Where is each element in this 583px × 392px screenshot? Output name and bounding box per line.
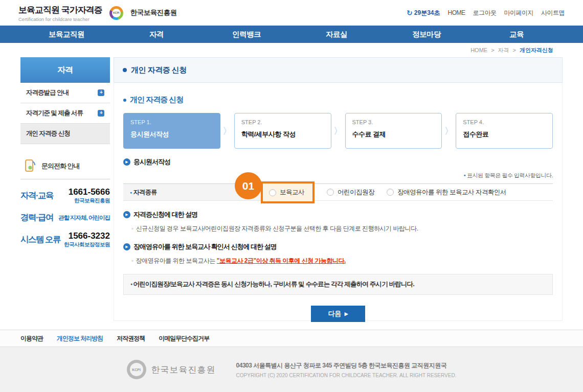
org-name: 한국보육진흥원: [130, 8, 177, 17]
contact-row-qualification-education: 자격·교육 1661-5666 한국보육진흥원: [20, 187, 110, 204]
footer-links-bar: 이용약관 개인정보 처리방침 저작권정책 이메일무단수집거부: [0, 330, 583, 347]
phone-icon: [21, 158, 37, 174]
site-logo[interactable]: 보육교직원 국가자격증 Certification for childcare …: [18, 4, 177, 22]
footer-copyright: COPYRIGHT (C) 2020 CERTIFICATION FOR CHI…: [236, 373, 457, 378]
contact-title: 문의전화 안내: [41, 162, 80, 171]
contact-note: 관할 지자체, 어린이집: [58, 214, 110, 222]
breadcrumb-home[interactable]: HOME: [470, 47, 487, 53]
step-indicator: STEP 1. 응시원서작성 〉 STEP 2. 학력/세부사항 작성 〉 ST…: [123, 113, 553, 149]
info-title-application-explanation: ▶ 자격증신청에 대한 설명: [123, 210, 553, 219]
main-navigation: 보육교직원 자격 인력뱅크 자료실 정보마당 교육: [0, 26, 583, 43]
header-utility-links: ↻ 29분34초 HOME 로그아웃 마이페이지 사이트맵: [407, 9, 565, 17]
phone-number: 1566-3232: [64, 231, 110, 241]
sidebar-title: 자격: [20, 57, 110, 83]
phone-org: 한국보육진흥원: [69, 197, 110, 204]
nav-item-job-bank[interactable]: 인력뱅크: [201, 30, 292, 39]
footer-link-copyright-policy[interactable]: 저작권정책: [117, 334, 145, 343]
expand-plus-icon[interactable]: +: [98, 110, 104, 117]
nav-item-education[interactable]: 교육: [472, 30, 562, 39]
sidebar-item-personal-application[interactable]: 개인 자격증 신청: [20, 124, 110, 144]
qualification-type-row: ● 자격종류 보육교사 어린이집원장: [123, 183, 553, 201]
info-bullet: ◦장애영유아를 위한 보육교사는 "보육교사 2급"이상 취득 이후에 신청 가…: [131, 257, 553, 265]
radio-icon[interactable]: [387, 189, 394, 196]
page-title: 개인 자격증 신청: [131, 65, 187, 75]
session-timer-value: 29분34초: [414, 9, 440, 17]
section-title: 개인 자격증 신청: [130, 95, 183, 105]
chevron-right-icon: 〉: [220, 113, 234, 149]
bullet-icon: ●: [130, 191, 132, 194]
subsection-title: 응시원서작성: [133, 157, 170, 167]
session-timer: ↻ 29분34초: [407, 9, 440, 17]
chevron-right-icon: 〉: [331, 113, 345, 149]
refresh-icon[interactable]: ↻: [407, 9, 413, 16]
sub-bullet-icon: ◦: [131, 257, 133, 264]
footer-address: 04303 서울특별시 용산구 청파로 345 주연빌딩 5층 한국보육진흥원 …: [236, 361, 457, 370]
footer-org: KCPI 한국보육진흥원: [127, 360, 216, 379]
breadcrumb: HOME > 자격 > 개인자격신청: [0, 43, 583, 57]
sidebar-item-label: 자격기준 및 제출 서류: [26, 109, 83, 118]
bullet-icon: ●: [464, 173, 466, 177]
logo-title: 보육교직원 국가자격증: [18, 4, 102, 16]
logo-text: 보육교직원 국가자격증 Certification for childcare …: [18, 4, 102, 22]
step-2-education-details: STEP 2. 학력/세부사항 작성: [234, 113, 331, 149]
required-fields-note: ●표시된 항목은 필수 입력사항입니다.: [123, 172, 553, 179]
circle-arrow-icon: ▶: [123, 243, 130, 250]
header-link-sitemap[interactable]: 사이트맵: [541, 9, 565, 17]
contact-row-career-pay: 경력·급여 관할 지자체, 어린이집: [20, 212, 110, 223]
radio-option-childcare-teacher[interactable]: 보육교사: [269, 188, 304, 197]
breadcrumb-current: 개인자격신청: [520, 47, 553, 54]
page-title-bar: 개인 자격증 신청: [114, 57, 563, 83]
contact-info-panel: 문의전화 안내 자격·교육 1661-5666 한국보육진흥원 경력·급여 관할…: [20, 157, 110, 248]
sub-bullet-icon: ◦: [131, 225, 133, 232]
arrow-right-icon: ▶: [345, 311, 348, 316]
annotation-badge-01: 01: [235, 172, 262, 199]
row-options: 보육교사 어린이집원장 장애영유아를 위한 보육교사 자격확인서: [269, 184, 553, 200]
header-link-home[interactable]: HOME: [448, 9, 465, 16]
radio-icon[interactable]: [327, 189, 334, 196]
footer-link-privacy[interactable]: 개인정보 처리방침: [57, 334, 103, 343]
contact-row-system-error: 시스템 오류 1566-3232 한국사회보장정보원: [20, 231, 110, 248]
expand-plus-icon[interactable]: +: [98, 89, 104, 96]
nav-item-qualification[interactable]: 자격: [111, 30, 201, 39]
contact-header: 문의전화 안내: [20, 157, 110, 179]
top-header: 보육교직원 국가자격증 Certification for childcare …: [0, 0, 583, 26]
sidebar-item-label: 자격증발급 안내: [26, 88, 69, 97]
radio-option-daycare-director[interactable]: 어린이집원장: [327, 188, 374, 197]
warning-text: "보육교사 2급"이상 취득 이후에 신청 가능합니다.: [217, 257, 346, 264]
nav-item-resources[interactable]: 자료실: [292, 30, 382, 39]
footer-link-terms[interactable]: 이용약관: [20, 334, 43, 343]
circle-arrow-icon: ▶: [123, 211, 130, 218]
annotation-highlight-box: 보육교사: [261, 181, 315, 203]
next-button[interactable]: 다음 ▶: [311, 306, 365, 322]
kcpi-logo-icon: KCPI: [109, 6, 123, 20]
footer-link-email-refusal[interactable]: 이메일무단수집거부: [159, 334, 209, 343]
step-1-application-form: STEP 1. 응시원서작성: [123, 113, 220, 149]
phone-org: 한국사회보장정보원: [64, 241, 110, 248]
info-bullet: ◦신규신청일 경우 보육교사/어린이집원장 자격종류와 신청구분을 선택한 후 …: [131, 224, 553, 233]
footer-address-block: 04303 서울특별시 용산구 청파로 345 주연빌딩 5층 한국보육진흥원 …: [236, 361, 457, 378]
breadcrumb-separator: >: [491, 47, 494, 53]
notice-box: ●어린이집원장/보육교사 자격증은 동시 신청가능하나, 구비서류 및 수수료는…: [123, 274, 553, 295]
donut-icon: [123, 68, 127, 72]
sidebar-item-criteria-documents[interactable]: 자격기준 및 제출 서류 +: [20, 103, 110, 124]
nav-item-childcare-staff[interactable]: 보육교직원: [21, 30, 111, 39]
chevron-right-icon: 〉: [442, 113, 456, 149]
bullet-icon: ●: [130, 282, 132, 286]
header-link-mypage[interactable]: 마이페이지: [504, 9, 534, 17]
info-title-special-needs-explanation: ▶ 장애영유아를 위한 보육교사 확인서 신청에 대한 설명: [123, 242, 553, 251]
circle-arrow-icon: ▶: [123, 158, 130, 166]
logo-subtitle: Certification for childcare teacher: [18, 16, 102, 22]
footer-org-name: 한국보육진흥원: [151, 364, 216, 376]
sidebar-item-issuance-guide[interactable]: 자격증발급 안내 +: [20, 83, 110, 103]
breadcrumb-separator: >: [513, 47, 516, 53]
subsection-heading: ▶ 응시원서작성: [123, 157, 553, 167]
radio-icon[interactable]: [269, 189, 276, 196]
breadcrumb-section[interactable]: 자격: [498, 47, 509, 54]
header-link-logout[interactable]: 로그아웃: [473, 9, 497, 17]
row-label: 자격종류: [133, 188, 157, 197]
step-3-fee-payment: STEP 3. 수수료 결제: [345, 113, 442, 149]
footer-bottom: KCPI 한국보육진흥원 04303 서울특별시 용산구 청파로 345 주연빌…: [0, 347, 583, 392]
nav-item-info-plaza[interactable]: 정보마당: [382, 30, 472, 39]
main-body: 개인 자격증 신청 STEP 1. 응시원서작성 〉 STEP 2. 학력/세부…: [114, 83, 563, 321]
radio-option-special-needs-confirmation[interactable]: 장애영유아를 위한 보육교사 자격확인서: [387, 188, 506, 197]
